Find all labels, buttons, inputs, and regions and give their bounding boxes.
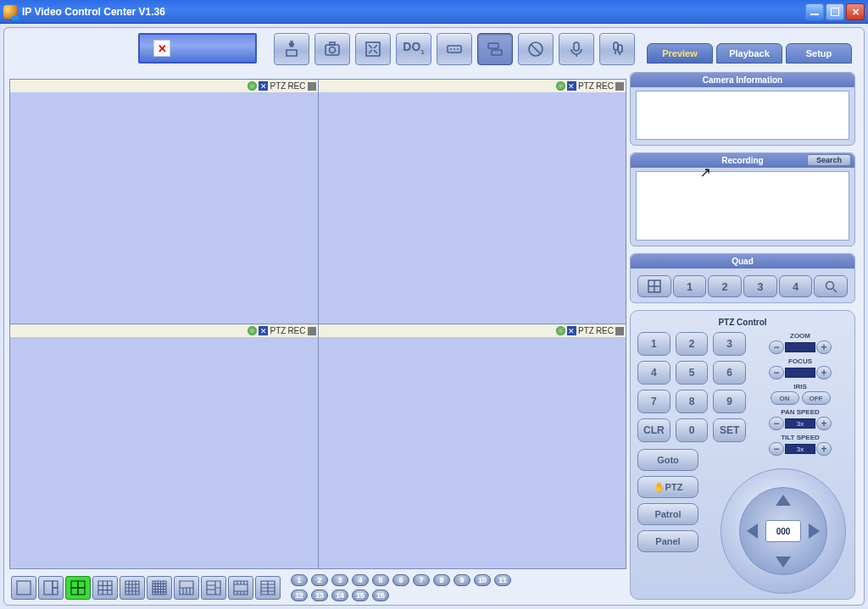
tool-snapshot-button[interactable] [314, 33, 350, 65]
keypad-8-button[interactable]: 8 [676, 390, 709, 413]
svg-rect-17 [53, 581, 58, 588]
rec-label: REC [287, 81, 305, 91]
close-button[interactable] [846, 3, 865, 20]
channel-10-button[interactable]: 10 [474, 574, 491, 586]
dpad-left-button[interactable] [747, 523, 758, 539]
layout-1x1-button[interactable] [11, 576, 36, 600]
channel-3-button[interactable]: 3 [331, 574, 348, 586]
focus-in-button[interactable]: + [816, 366, 832, 379]
quad-2-button[interactable]: 2 [708, 275, 742, 297]
video-canvas[interactable] [10, 337, 318, 568]
right-tabs: Preview Playback Setup [647, 43, 852, 64]
quad-3-button[interactable]: 3 [743, 275, 777, 297]
channel-9-button[interactable]: 9 [453, 574, 470, 586]
iris-on-button[interactable]: ON [771, 391, 799, 405]
keypad-9-button[interactable]: 9 [713, 390, 746, 413]
tool-fullscreen-button[interactable] [355, 33, 391, 65]
layout-5x5-button[interactable] [147, 576, 172, 600]
zoom-in-button[interactable]: + [816, 340, 832, 354]
video-pane-2[interactable]: ✕ PTZ REC [319, 80, 626, 324]
app-icon [3, 5, 17, 19]
tool-multirecord-button[interactable] [477, 33, 513, 65]
video-canvas[interactable] [319, 337, 626, 568]
channel-6-button[interactable]: 6 [392, 574, 409, 586]
rec-label: REC [596, 326, 614, 335]
pane-header: ✕ PTZ REC [10, 80, 318, 92]
recording-search-button[interactable]: Search [807, 154, 851, 166]
keypad-6-button[interactable]: 6 [713, 361, 746, 385]
tool-broadcast-button[interactable] [599, 33, 635, 65]
patrol-button[interactable]: Patrol [637, 503, 698, 525]
tiltspeed-down-button[interactable]: − [769, 442, 784, 456]
tool-record-button[interactable] [437, 33, 472, 65]
video-canvas[interactable] [10, 92, 318, 324]
pane-header: ✕ PTZ REC [10, 324, 318, 337]
channel-5-button[interactable]: 5 [372, 574, 389, 586]
channel-7-button[interactable]: 7 [413, 574, 430, 586]
tab-preview[interactable]: Preview [647, 43, 713, 64]
keypad-5-button[interactable]: 5 [676, 361, 709, 385]
quad-grid-button[interactable] [637, 275, 671, 297]
ptz-dpad: 000 [721, 468, 846, 594]
channel-14-button[interactable]: 14 [331, 590, 348, 601]
zoom-out-button[interactable]: − [769, 340, 784, 354]
panspeed-up-button[interactable]: + [816, 417, 832, 430]
ptz-mode-button[interactable]: ✋PTZ [637, 476, 698, 498]
quad-search-button[interactable] [814, 275, 848, 297]
channel-13-button[interactable]: 13 [311, 590, 328, 601]
channel-2-button[interactable]: 2 [311, 574, 328, 586]
keypad-set-button[interactable]: SET [713, 418, 746, 442]
channel-12-button[interactable]: 12 [291, 590, 308, 601]
dpad-down-button[interactable] [776, 556, 791, 567]
camera-info-list[interactable] [636, 91, 849, 140]
layout-custom2-button[interactable] [201, 576, 226, 600]
tool-digital-output-button[interactable]: DO1 [396, 33, 431, 65]
channel-11-button[interactable]: 11 [494, 574, 511, 586]
tool-mic-button[interactable] [559, 33, 594, 65]
keypad-1-button[interactable]: 1 [637, 332, 670, 356]
keypad-2-button[interactable]: 2 [676, 332, 709, 356]
focus-out-button[interactable]: − [769, 366, 784, 379]
layout-1plus-button[interactable] [38, 576, 64, 600]
panspeed-down-button[interactable]: − [769, 417, 784, 430]
svg-point-8 [457, 48, 459, 50]
keypad-3-button[interactable]: 3 [713, 332, 746, 356]
layout-2x2-button[interactable] [65, 576, 91, 600]
panel-button[interactable]: Panel [637, 530, 698, 552]
layout-4x4-button[interactable] [120, 576, 145, 600]
minimize-button[interactable] [805, 3, 824, 20]
layout-custom3-button[interactable] [228, 576, 253, 600]
tab-setup[interactable]: Setup [786, 43, 852, 64]
dpad-up-button[interactable] [776, 495, 791, 506]
goto-button[interactable]: Goto [637, 449, 698, 471]
layout-custom1-button[interactable] [174, 576, 199, 600]
ptz-mode-label: PTZ [665, 482, 683, 492]
video-pane-4[interactable]: ✕ PTZ REC [319, 324, 626, 568]
channel-1-button[interactable]: 1 [291, 574, 308, 586]
maximize-button[interactable] [826, 3, 844, 20]
keypad-4-button[interactable]: 4 [637, 361, 670, 385]
channel-16-button[interactable]: 16 [372, 590, 389, 601]
dpad-right-button[interactable] [809, 523, 820, 539]
channel-15-button[interactable]: 15 [352, 590, 369, 601]
video-canvas[interactable] [319, 92, 626, 324]
keypad-0-button[interactable]: 0 [676, 418, 709, 442]
tool-mute-button[interactable] [518, 33, 554, 65]
recording-list[interactable] [636, 171, 849, 241]
iris-off-button[interactable]: OFF [802, 391, 831, 405]
keypad-clr-button[interactable]: CLR [637, 418, 670, 442]
layout-custom4-button[interactable] [255, 576, 281, 600]
video-pane-3[interactable]: ✕ PTZ REC [10, 324, 318, 568]
keypad-7-button[interactable]: 7 [637, 390, 670, 413]
channel-8-button[interactable]: 8 [433, 574, 450, 586]
tab-playback[interactable]: Playback [716, 43, 782, 64]
layout-3x3-button[interactable] [92, 576, 118, 600]
quad-4-button[interactable]: 4 [779, 275, 813, 297]
bottom-strip: 1 2 3 4 5 6 7 8 9 10 11 12 13 14 15 16 [11, 573, 626, 603]
channel-4-button[interactable]: 4 [352, 574, 369, 586]
quad-1-button[interactable]: 1 [673, 275, 707, 297]
video-pane-1[interactable]: ✕ PTZ REC [10, 80, 318, 324]
tiltspeed-up-button[interactable]: + [816, 442, 832, 456]
camera-preview-slot[interactable]: ✕ [138, 33, 257, 64]
tool-settings-button[interactable] [274, 33, 309, 65]
